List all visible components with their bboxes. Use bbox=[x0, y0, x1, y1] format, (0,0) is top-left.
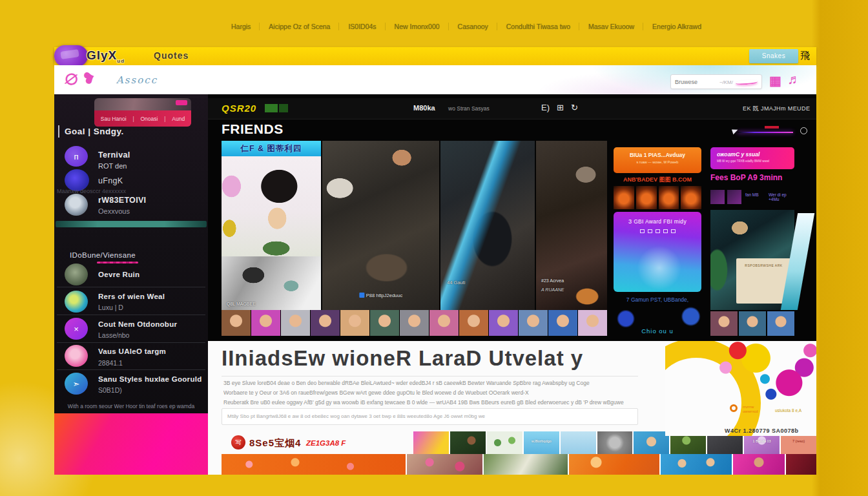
top-nav-item[interactable]: Condulthi Tiwasa two bbox=[497, 23, 574, 30]
friend-thumbnail[interactable] bbox=[459, 310, 488, 336]
avatar[interactable]: ➣ bbox=[65, 373, 88, 395]
friend-thumbnail[interactable] bbox=[370, 310, 399, 336]
carousel-tile[interactable]: wJ8ozbqdgo bbox=[524, 431, 559, 454]
gallery-image-3[interactable]: 44 Gauti bbox=[440, 141, 535, 310]
gallery-card-portrait bbox=[222, 156, 321, 256]
top-nav-item[interactable]: Hargis bbox=[227, 23, 254, 30]
promo-gradient-card[interactable]: З GBI Award FBI midy bbox=[614, 212, 701, 292]
friend-thumbnail[interactable] bbox=[340, 310, 369, 336]
layout-icon[interactable]: ⊞ bbox=[557, 103, 564, 112]
banner-tab[interactable]: Aund bbox=[172, 116, 185, 122]
list-item-name[interactable]: Oevre Ruin bbox=[98, 271, 140, 278]
avatar[interactable]: × bbox=[65, 318, 88, 340]
promo-thumb[interactable] bbox=[659, 186, 679, 209]
top-nav-item[interactable]: Aicippe Oz of Scena bbox=[259, 23, 334, 30]
promo-thumb[interactable] bbox=[681, 186, 701, 209]
friend-name[interactable]: rW83ETOIVI bbox=[98, 196, 146, 205]
top-nav-item[interactable]: New Imonx000 bbox=[385, 23, 444, 30]
friend-subtext: Maanxw deosccr 4exxxxxx bbox=[57, 188, 205, 194]
friend-thumbnail[interactable] bbox=[311, 310, 340, 336]
avatar[interactable] bbox=[65, 264, 88, 285]
grid-icon[interactable]: ▦ bbox=[769, 73, 781, 88]
gallery-image-2[interactable]: P88 httpJ2eduuc bbox=[322, 141, 439, 310]
friend-thumbnail[interactable] bbox=[578, 310, 607, 336]
brand-logo[interactable]: 写 bbox=[231, 435, 245, 450]
promo-thumb[interactable] bbox=[727, 190, 741, 204]
carousel-tile[interactable] bbox=[634, 431, 669, 454]
banner-tab[interactable]: Sau Hanoi bbox=[101, 116, 127, 122]
sidebar-promo-block[interactable] bbox=[54, 413, 208, 475]
logo-text[interactable]: GlyXud bbox=[87, 48, 125, 64]
sidebar-banner[interactable]: Sau Hanoi | Onoasi | Aund bbox=[94, 98, 191, 127]
search-box[interactable]: ~/KM/ bbox=[670, 74, 762, 89]
content-toolbar: QSR20 M80ka wo Stran Sasyas E) ⊞ ↻ EK 既 … bbox=[208, 98, 816, 119]
refresh-icon[interactable]: ↻ bbox=[571, 103, 578, 112]
promo-thumb[interactable] bbox=[767, 311, 794, 336]
carousel-tile[interactable] bbox=[569, 454, 659, 475]
friend-thumbnail[interactable] bbox=[548, 310, 577, 336]
carousel-tile[interactable] bbox=[561, 431, 596, 454]
promo-thumb[interactable] bbox=[614, 186, 634, 209]
logo-wordmark: GlyX bbox=[87, 48, 117, 62]
list-item-name[interactable]: Rers of wien Weal bbox=[98, 293, 165, 300]
carousel-tile[interactable] bbox=[450, 431, 486, 454]
carousel-tile[interactable] bbox=[597, 431, 633, 454]
battery-icon[interactable]: E) bbox=[541, 103, 550, 112]
list-item-name[interactable]: Vaus UAleO targm bbox=[98, 347, 166, 355]
carousel-tile[interactable] bbox=[487, 431, 522, 454]
toolbar-icons: E) ⊞ ↻ bbox=[541, 103, 578, 112]
friend-name[interactable]: Ternival bbox=[98, 150, 130, 160]
splash-logo-text: rrvrrrwuwwrncd bbox=[743, 405, 758, 414]
top-nav-item[interactable]: Casanooy bbox=[448, 23, 492, 30]
friend-name[interactable]: uFngK bbox=[98, 176, 123, 185]
carousel-tile[interactable] bbox=[733, 454, 785, 475]
sidebar-footer-note: With a room seour Wer Hoor tin teaf roes… bbox=[59, 403, 203, 409]
avatar[interactable] bbox=[65, 345, 88, 367]
promo-thumb[interactable] bbox=[710, 190, 725, 204]
friend-thumbnail[interactable] bbox=[519, 310, 548, 336]
avatar[interactable] bbox=[65, 194, 88, 216]
carousel-tile[interactable] bbox=[661, 454, 732, 475]
list-item-name[interactable]: Sanu Styles huxlae Gooruld bbox=[98, 375, 202, 383]
carousel-tile[interactable] bbox=[407, 454, 482, 475]
splash-code-text: W4Cr 1.280779 SA0078b bbox=[725, 428, 799, 434]
carousel-tile[interactable] bbox=[786, 454, 816, 475]
promo-collage-image[interactable]: RSPOBSRWSHE ARK bbox=[710, 210, 794, 310]
top-nav-item[interactable]: Masav Ekuoow bbox=[579, 23, 638, 30]
music-notes-icon[interactable]: ♬ bbox=[787, 72, 801, 87]
gallery-image-4[interactable]: #23 Acrvea A RUAANE bbox=[536, 141, 607, 310]
list-item-name[interactable]: Cout Nem Otdonobur bbox=[98, 320, 177, 328]
friend-thumbnail[interactable] bbox=[281, 310, 310, 336]
friend-thumbnail[interactable] bbox=[222, 310, 251, 336]
friend-thumbnail[interactable] bbox=[489, 310, 518, 336]
sidebar: Sau Hanoi | Onoasi | Aund Goal | Sndgy. … bbox=[54, 94, 208, 475]
header-corner-icon[interactable]: 飛 bbox=[800, 50, 810, 62]
promo-thumb[interactable] bbox=[636, 186, 657, 209]
top-nav-item[interactable]: IS0ID04s bbox=[338, 23, 380, 30]
promo-banner-orange[interactable]: BIUa 1 PIAS...Avduay s ruaw — wowe, M Po… bbox=[614, 147, 701, 173]
top-nav-item[interactable]: Energio Alkrawd bbox=[643, 23, 705, 30]
avatar[interactable]: ᴨ bbox=[65, 146, 88, 167]
carousel-tile[interactable] bbox=[413, 431, 449, 454]
search-input[interactable] bbox=[671, 76, 723, 89]
toolbar-center-label[interactable]: M80ka bbox=[413, 104, 435, 112]
promo-thumb[interactable] bbox=[710, 311, 738, 336]
app-logo[interactable] bbox=[54, 45, 88, 67]
banner-tab[interactable]: Onoasi bbox=[140, 116, 158, 122]
friend-thumbnail[interactable] bbox=[429, 310, 459, 336]
friend-thumbnail[interactable] bbox=[251, 310, 280, 336]
friend-thumbnail[interactable] bbox=[400, 310, 429, 336]
sidebar-section-title: Goal | Sndgy. bbox=[58, 125, 124, 138]
avatar[interactable] bbox=[65, 291, 88, 313]
signin-button[interactable]: Snakes bbox=[749, 49, 798, 63]
circle-button[interactable] bbox=[800, 127, 807, 134]
toolbar-brand[interactable]: QSR20 bbox=[222, 103, 256, 114]
promo-bottom-block[interactable]: 7 Gamun PST, UBBande, Chio ou u bbox=[614, 294, 701, 339]
promo-banner-pink[interactable]: ожоатС y ssual MB W ягу gqst TRXB edaBy … bbox=[710, 147, 794, 169]
promo-thumb[interactable] bbox=[739, 311, 766, 336]
carousel-tile[interactable] bbox=[484, 454, 568, 475]
quotes-link[interactable]: Quotes bbox=[154, 50, 189, 61]
gallery-image-1[interactable]: 仁F & 图蒂利四 Q8L MAGBEE bbox=[222, 141, 321, 310]
carousel-banner-tile[interactable] bbox=[222, 454, 406, 475]
comment-input[interactable]: Mt8y Sbo pt Bangrtw8J68 e aw 8 od ebe8ec… bbox=[222, 408, 638, 425]
